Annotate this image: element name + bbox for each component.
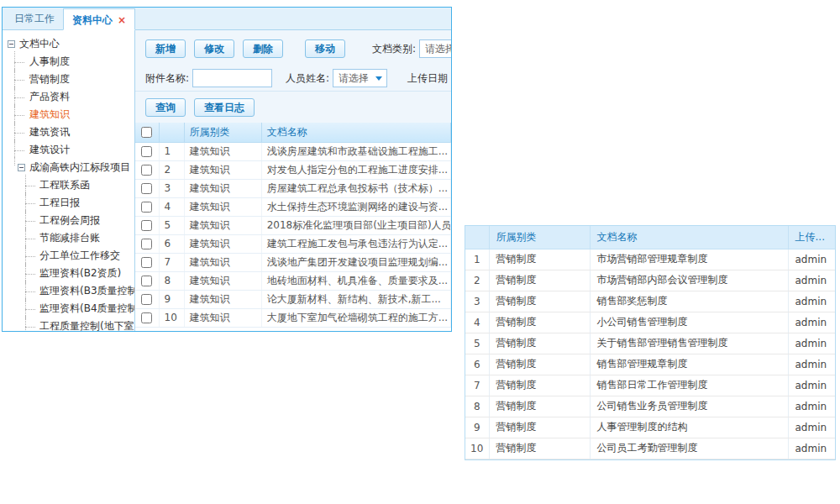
row-category: 营销制度 (489, 354, 590, 375)
row-doc-name: 销售部管理规章制度 (590, 354, 788, 375)
row-category: 建筑知识 (184, 197, 261, 216)
tree-item-hr[interactable]: 人事制度 (6, 53, 133, 71)
doc-category-select[interactable]: 请选择 (419, 39, 451, 58)
tree-item-construction-news[interactable]: 建筑资讯 (6, 123, 133, 141)
table-row[interactable]: 8 营销制度 公司销售业务员管理制度 admin (465, 396, 835, 417)
tab-data-center[interactable]: 资料中心× (63, 8, 135, 30)
table-row[interactable]: 3 建筑知识 房屋建筑工程总承包投标书（技术标）... (135, 179, 451, 197)
row-checkbox[interactable] (141, 165, 152, 176)
row-doc-name: 公司员工考勤管理制度 (590, 438, 788, 459)
select-all-checkbox[interactable] (141, 127, 152, 138)
row-category: 建筑知识 (184, 234, 261, 253)
select-value: 请选择 (339, 71, 369, 86)
row-checkbox[interactable] (141, 257, 152, 268)
collapse-icon[interactable] (18, 164, 25, 171)
row-checkbox-cell (135, 216, 159, 234)
row-uploader: admin (788, 333, 835, 354)
row-seq: 9 (159, 290, 184, 308)
tree-item-contact-letter[interactable]: 工程联系函 (6, 176, 133, 194)
modify-button[interactable]: 修改 (194, 39, 234, 58)
row-doc-name: 地砖地面材料、机具准备、质量要求及... (261, 271, 450, 290)
table-row[interactable]: 3 营销制度 销售部奖惩制度 admin (465, 291, 835, 312)
tree-item-label: 产品资料 (29, 91, 70, 102)
row-checkbox[interactable] (141, 220, 152, 231)
tree-item-energy-ledger[interactable]: 节能减排台账 (6, 229, 133, 247)
row-uploader: admin (788, 312, 835, 333)
row-checkbox[interactable] (141, 312, 152, 323)
row-seq: 5 (159, 216, 184, 234)
row-checkbox[interactable] (141, 276, 152, 286)
table-row[interactable]: 5 建筑知识 2018标准化监理项目部(业主项目部)人员... (135, 216, 451, 234)
delete-button[interactable]: 删除 (243, 39, 283, 58)
tab-daily-work[interactable]: 日常工作 (6, 8, 63, 29)
row-checkbox[interactable] (141, 239, 152, 249)
tree-item-supervision-b2[interactable]: 监理资料(B2资质) (6, 265, 133, 282)
tree-item-label: 工程质量控制(地下室) (39, 320, 135, 331)
row-doc-name: 2018标准化监理项目部(业主项目部)人员... (261, 216, 450, 234)
tree-item-label: 建筑设计 (29, 144, 70, 155)
row-uploader: admin (788, 270, 835, 291)
close-icon[interactable]: × (118, 14, 126, 26)
row-checkbox[interactable] (141, 294, 152, 305)
table-row[interactable]: 8 建筑知识 地砖地面材料、机具准备、质量要求及... (135, 271, 451, 290)
row-doc-name: 房屋建筑工程总承包投标书（技术标）... (261, 179, 450, 197)
tree-item-construction-knowledge-selected[interactable]: 建筑知识 (6, 106, 133, 123)
row-checkbox[interactable] (141, 146, 152, 157)
tree-item-weekly-report[interactable]: 工程例会周报 (6, 212, 133, 229)
table-row[interactable]: 7 营销制度 销售部日常工作管理制度 admin (465, 375, 835, 396)
row-uploader: admin (788, 249, 835, 270)
table-row[interactable]: 9 建筑知识 论大厦新材料、新结构、新技术,新工... (135, 290, 451, 308)
tree-item-daily-report[interactable]: 工程日报 (6, 194, 133, 212)
action-row: 查询 查看日志 (135, 92, 451, 123)
tab-label: 资料中心 (72, 14, 113, 26)
attachment-name-input[interactable] (192, 69, 272, 87)
table-row[interactable]: 5 营销制度 关于销售部管理销售管理制度 admin (465, 333, 835, 354)
row-doc-name: 小公司销售管理制度 (590, 312, 788, 333)
tree-item-label: 建筑资讯 (29, 126, 70, 138)
table-row[interactable]: 6 营销制度 销售部管理规章制度 admin (465, 354, 835, 375)
tree-item-supervision-b3[interactable]: 监理资料(B3质量控制) (6, 282, 133, 300)
table-row[interactable]: 7 建筑知识 浅谈地产集团开发建设项目监理规划编... (135, 253, 451, 271)
filter-row: 附件名称: 人员姓名: 请选择 上传日期 (145, 67, 451, 89)
table-row[interactable]: 2 建筑知识 对发包人指定分包的工程施工进度安排... (135, 160, 451, 179)
row-checkbox[interactable] (141, 202, 152, 213)
category-header: 所属别类 (489, 226, 590, 249)
tree-node-rail-project[interactable]: 成渝高铁内江标段项目 (6, 159, 133, 176)
tree-node-document-center[interactable]: 文档中心 (6, 35, 133, 53)
row-checkbox[interactable] (141, 183, 152, 194)
tree-item-work-handover[interactable]: 分工单位工作移交 (6, 247, 133, 265)
person-name-select[interactable]: 请选择 (333, 69, 387, 87)
tree-item-supervision-b4[interactable]: 监理资料(B4质量控制) (6, 300, 133, 318)
tree-item-label: 营销制度 (29, 73, 70, 85)
tree-item-construction-design[interactable]: 建筑设计 (6, 141, 133, 159)
move-button[interactable]: 移动 (305, 39, 345, 58)
row-category: 营销制度 (489, 333, 590, 354)
tree-item-label: 节能减排台账 (39, 232, 100, 244)
tree-item-quality-basement[interactable]: 工程质量控制(地下室) (6, 318, 133, 331)
table-row[interactable]: 10 营销制度 公司员工考勤管理制度 admin (465, 438, 835, 459)
row-checkbox-cell (135, 179, 159, 197)
table-row[interactable]: 1 建筑知识 浅谈房屋建筑和市政基础设施工程施工... (135, 142, 451, 160)
table-row[interactable]: 6 建筑知识 建筑工程施工发包与承包违法行为认定... (135, 234, 451, 253)
row-seq: 8 (159, 271, 184, 290)
table-row[interactable]: 2 营销制度 市场营销部内部会议管理制度 admin (465, 270, 835, 291)
row-checkbox-cell (135, 271, 159, 290)
table-row[interactable]: 10 建筑知识 大厦地下室加气砼墙砌筑工程的施工方... (135, 308, 451, 327)
table-row[interactable]: 1 营销制度 市场营销部管理规章制度 admin (465, 249, 835, 270)
query-button[interactable]: 查询 (145, 98, 186, 117)
add-button[interactable]: 新增 (145, 39, 186, 58)
row-seq: 10 (465, 438, 489, 459)
collapse-icon[interactable] (8, 40, 15, 48)
row-category: 营销制度 (489, 396, 590, 417)
view-log-button[interactable]: 查看日志 (194, 98, 255, 117)
toolbar-row: 新增 修改 删除 移动 文档类别: 请选择 文档 (145, 38, 451, 60)
table-row[interactable]: 4 营销制度 小公司销售管理制度 admin (465, 312, 835, 333)
table-row[interactable]: 4 建筑知识 水土保持生态环境监测网络的建设与资... (135, 197, 451, 216)
tree-item-label: 工程联系函 (39, 179, 90, 191)
row-category: 建筑知识 (184, 142, 261, 160)
tree-item-label: 监理资料(B3质量控制) (39, 285, 135, 297)
tree-item-product[interactable]: 产品资料 (6, 88, 133, 106)
row-doc-name: 公司销售业务员管理制度 (590, 396, 788, 417)
tree-item-marketing[interactable]: 营销制度 (6, 71, 133, 88)
table-row[interactable]: 9 营销制度 人事管理制度的结构 admin (465, 417, 835, 438)
